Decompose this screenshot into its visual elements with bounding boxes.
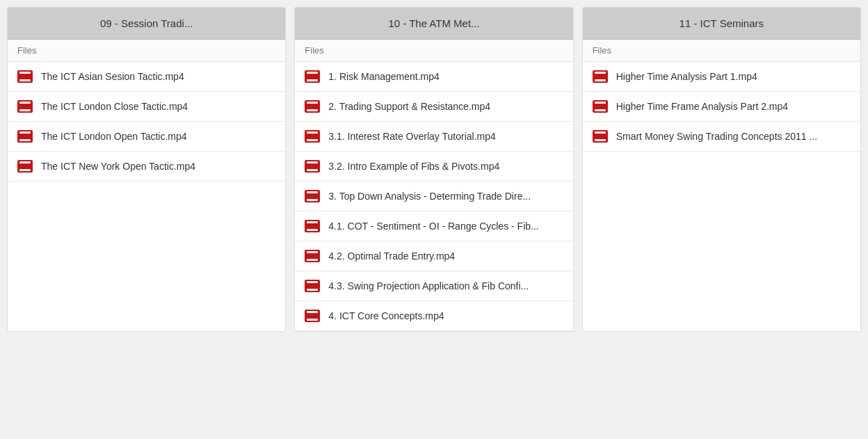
film-icon [17,130,33,143]
file-row[interactable]: 2. Trading Support & Resistance.mp4 [295,92,572,122]
film-icon [305,280,320,292]
film-icon [593,130,608,143]
file-name: 2. Trading Support & Resistance.mp4 [328,101,490,112]
file-name: Higher Time Frame Analysis Part 2.mp4 [616,101,788,112]
file-name: 4.3. Swing Projection Application & Fib … [328,280,529,292]
file-row[interactable]: Higher Time Analysis Part 1.mp4 [583,62,860,92]
file-row[interactable]: 4.1. COT - Sentiment - OI - Range Cycles… [295,211,572,241]
column-header-col2: 10 - The ATM Met... [295,8,572,40]
file-name: 4. ICT Core Concepts.mp4 [328,310,444,321]
film-icon [305,310,320,322]
file-row[interactable]: 4.2. Optimal Trade Entry.mp4 [295,241,572,271]
column-header-col3: 11 - ICT Seminars [583,8,860,40]
column-col2: 10 - The ATM Met...Files1. Risk Manageme… [294,7,573,332]
column-col1: 09 - Session Tradi...FilesThe ICT Asian … [7,7,286,332]
film-icon [305,160,320,173]
empty-space [583,152,860,207]
film-icon [305,130,320,143]
file-row[interactable]: The ICT London Open Tactic.mp4 [8,122,285,152]
film-icon [17,100,33,113]
file-row[interactable]: Smart Money Swing Trading Concepts 2011 … [583,122,860,152]
film-icon [593,70,608,83]
file-name: 4.1. COT - Sentiment - OI - Range Cycles… [328,221,538,232]
file-name: 4.2. Optimal Trade Entry.mp4 [328,250,455,262]
film-icon [17,70,33,83]
file-row[interactable]: The ICT London Close Tactic.mp4 [8,92,285,122]
file-row[interactable]: The ICT Asian Sesion Tactic.mp4 [8,62,285,92]
film-icon [305,250,320,262]
film-icon [305,190,320,202]
column-col3: 11 - ICT SeminarsFilesHigher Time Analys… [582,7,861,332]
file-name: 3.2. Intro Example of Fibs & Pivots.mp4 [328,161,499,172]
column-header-col1: 09 - Session Tradi... [8,8,285,40]
film-icon [305,100,320,113]
file-name: 3.1. Interest Rate Overlay Tutorial.mp4 [328,131,495,142]
file-row[interactable]: 3.2. Intro Example of Fibs & Pivots.mp4 [295,152,572,182]
file-row[interactable]: The ICT New York Open Tactic.mp4 [8,152,285,182]
file-name: The ICT New York Open Tactic.mp4 [41,161,195,172]
file-name: Higher Time Analysis Part 1.mp4 [616,71,757,82]
file-row[interactable]: Higher Time Frame Analysis Part 2.mp4 [583,92,860,122]
empty-space [8,182,285,237]
file-row[interactable]: 4. ICT Core Concepts.mp4 [295,301,572,331]
columns-wrapper: 09 - Session Tradi...FilesThe ICT Asian … [0,0,868,339]
file-name: Smart Money Swing Trading Concepts 2011 … [616,131,817,142]
file-name: 1. Risk Management.mp4 [328,71,440,82]
section-label-col2: Files [295,40,572,62]
file-row[interactable]: 1. Risk Management.mp4 [295,62,572,92]
file-row[interactable]: 4.3. Swing Projection Application & Fib … [295,271,572,301]
file-name: The ICT London Close Tactic.mp4 [41,101,188,112]
file-row[interactable]: 3. Top Down Analysis - Determing Trade D… [295,182,572,211]
film-icon [17,160,33,173]
film-icon [305,220,320,232]
section-label-col3: Files [583,40,860,62]
film-icon [305,70,320,83]
file-name: The ICT London Open Tactic.mp4 [41,131,187,142]
section-label-col1: Files [8,40,285,62]
file-name: The ICT Asian Sesion Tactic.mp4 [41,71,184,82]
file-name: 3. Top Down Analysis - Determing Trade D… [328,191,531,202]
film-icon [593,100,608,113]
file-row[interactable]: 3.1. Interest Rate Overlay Tutorial.mp4 [295,122,572,152]
